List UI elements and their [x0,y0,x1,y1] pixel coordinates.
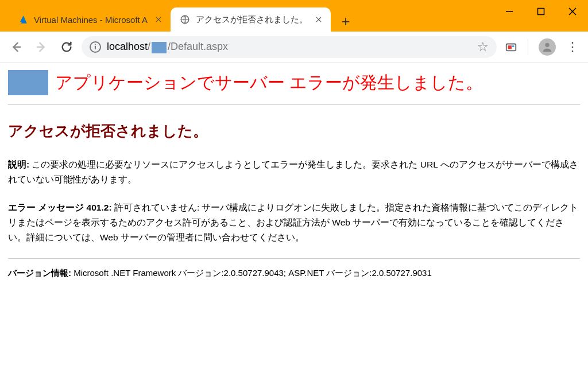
close-window-button[interactable] [556,0,588,23]
svg-rect-7 [512,45,514,47]
svg-point-8 [545,43,549,47]
extension-icon[interactable] [505,41,517,53]
address-bar[interactable]: i localhost//Default.aspx ☆ [82,36,497,58]
site-info-icon[interactable]: i [90,41,101,53]
toolbar-right: ⋮ [501,38,582,56]
window-controls [493,0,588,23]
profile-button[interactable] [539,38,556,56]
back-button[interactable] [6,37,26,57]
description-label: 説明: [8,160,29,169]
new-tab-button[interactable]: + [335,11,356,32]
toolbar: i localhost//Default.aspx ☆ ⋮ [0,32,588,63]
url-host: localhost [107,41,148,52]
divider [528,39,528,55]
version-info: バージョン情報: Microsoft .NET Framework バージョン:… [8,258,580,279]
description-paragraph: 説明: この要求の処理に必要なリソースにアクセスしようとしてエラーが発生しました… [8,157,580,188]
minimize-button[interactable] [493,0,525,23]
error-code-label: エラー メッセージ 401.2: [8,203,112,212]
url-display: localhost//Default.aspx [107,41,471,53]
version-label: バージョン情報: [8,268,71,278]
url-path: /Default.aspx [168,41,228,52]
description-text: この要求の処理に必要なリソースにアクセスしようとしてエラーが発生しました。要求さ… [8,160,578,184]
titlebar: Virtual Machines - Microsoft A アクセスが拒否され… [0,0,588,32]
tab-0[interactable]: Virtual Machines - Microsoft A [9,7,171,32]
page-content: アプリケーションでサーバー エラーが発生しました。 アクセスが拒否されました。 … [0,63,588,385]
error-header: アプリケーションでサーバー エラーが発生しました。 [8,70,580,105]
forward-button[interactable] [31,37,52,57]
reload-button[interactable] [56,37,77,57]
tab-1[interactable]: アクセスが拒否されました。 [171,7,331,32]
page-title: アプリケーションでサーバー エラーが発生しました。 [55,71,483,95]
tab-strip: Virtual Machines - Microsoft A アクセスが拒否され… [0,0,356,32]
globe-icon [180,14,190,25]
azure-icon [18,14,28,25]
tab-title: アクセスが拒否されました。 [196,14,308,25]
browser-window: Virtual Machines - Microsoft A アクセスが拒否され… [0,0,588,385]
svg-rect-6 [508,45,512,49]
maximize-button[interactable] [525,0,556,23]
version-text: Microsoft .NET Framework バージョン:2.0.50727… [74,268,432,278]
redacted-app-name [8,70,48,95]
error-subtitle: アクセスが拒否されました。 [8,121,580,141]
tab-title: Virtual Machines - Microsoft A [34,15,148,25]
error-message-paragraph: エラー メッセージ 401.2: 許可されていません: サーバ構成によりログオン… [8,200,580,246]
close-icon[interactable] [314,14,324,25]
svg-rect-2 [537,9,544,15]
bookmark-icon[interactable]: ☆ [477,40,489,55]
close-icon[interactable] [153,14,164,25]
menu-button[interactable]: ⋮ [566,40,579,55]
redacted-segment [152,42,167,53]
